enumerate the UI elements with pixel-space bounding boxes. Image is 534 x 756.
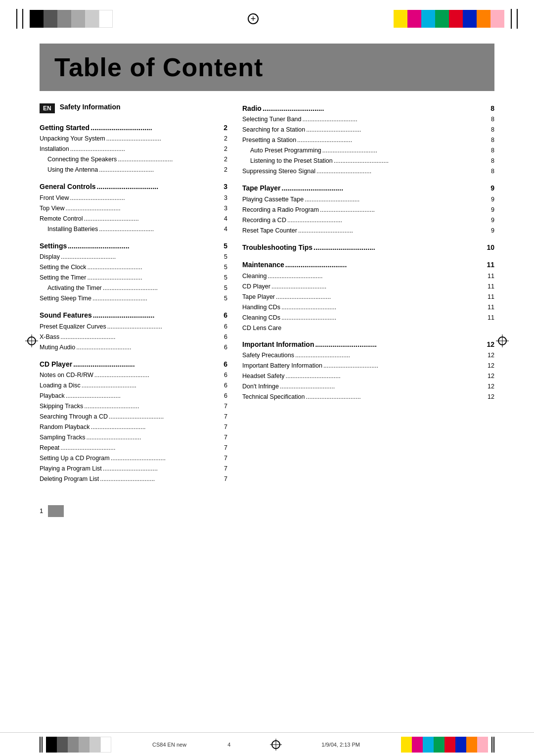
toc-entry: Random Playback ........................… (40, 422, 227, 432)
toc-entry: Connecting the Speakers ................… (40, 154, 227, 165)
footer-date: 1/9/04, 2:13 PM (321, 742, 360, 748)
right-registration-mark (498, 336, 507, 345)
toc-entry: Deleting Program List ..................… (40, 474, 227, 484)
toc-main-important-info: Important Information ..................… (242, 339, 494, 350)
color-bar-top (0, 0, 534, 34)
color-blocks-right (394, 10, 504, 28)
toc-entry: Searching Through a CD .................… (40, 412, 227, 422)
toc-entry: Setting the Clock ......................… (40, 262, 227, 273)
safety-info-header: EN Safety Information (40, 103, 227, 113)
toc-entry: Notes on CD-R/RW .......................… (40, 370, 227, 380)
general-controls-page: 3 (219, 181, 227, 192)
toc-section-getting-started: Getting Started ........................… (40, 122, 227, 175)
entry-label: Using the Antenna (47, 165, 98, 175)
getting-started-label: Getting Started (40, 122, 89, 133)
toc-entry: Cleaning ...............................… (242, 271, 494, 282)
toc-entry: Tape Player ............................… (242, 292, 494, 302)
toc-entry: CD Lens Care (242, 323, 494, 333)
page-number: 1 (40, 507, 43, 515)
toc-main-settings: Settings ...............................… (40, 240, 227, 252)
toc-entry: Playback ...............................… (40, 391, 227, 401)
toc-main-sound-features: Sound Features .........................… (40, 310, 227, 321)
toc-section-general-controls: General Controls .......................… (40, 181, 227, 234)
left-column: EN Safety Information Getting Started ..… (40, 103, 227, 490)
entry-label: Connecting the Speakers (47, 154, 117, 164)
left-registration-mark (27, 336, 36, 345)
toc-main-getting-started: Getting Started ........................… (40, 122, 227, 134)
footer-doc-code: CS84 EN new (152, 742, 186, 748)
toc-main-troubleshooting: Troubleshooting Tips ...................… (242, 242, 494, 253)
right-column: Radio ................................ 8… (242, 103, 494, 490)
toc-entry: Recording a CD .........................… (242, 215, 494, 226)
toc-entry: Using the Antenna ......................… (40, 165, 227, 175)
toc-entry: Preset Equalizer Curves ................… (40, 322, 227, 332)
toc-entry: CD Player ..............................… (242, 282, 494, 292)
center-registration (113, 13, 394, 24)
toc-entry: Playing a Program List .................… (40, 464, 227, 474)
toc-section-cd-player: CD Player ..............................… (40, 359, 227, 484)
toc-entry: Installation ...........................… (40, 144, 227, 154)
footer-center-mark (271, 740, 280, 749)
toc-entry: Recording a Radio Program ..............… (242, 205, 494, 215)
toc-section-tape-player: Tape Player ............................… (242, 183, 494, 236)
footer-print-page: 4 (227, 742, 230, 748)
toc-entry: Unpacking Your System ..................… (40, 134, 227, 144)
toc-entry: Front View .............................… (40, 193, 227, 203)
footer-bar: CS84 EN new 4 1/9/04, 2:13 PM (0, 732, 534, 756)
toc-entry: Repeat ................................ … (40, 443, 227, 453)
toc-entry: Skipping Tracks ........................… (40, 401, 227, 412)
en-badge: EN (40, 103, 55, 113)
toc-section-settings: Settings ...............................… (40, 240, 227, 304)
left-reg-marks (15, 9, 25, 29)
toc-main-radio: Radio ................................ 8 (242, 103, 494, 114)
toc-entry: Top View ...............................… (40, 203, 227, 214)
toc-entry: Setting the Timer ......................… (40, 273, 227, 283)
toc-section-sound-features: Sound Features .........................… (40, 310, 227, 352)
entry-label: Installation (40, 144, 69, 154)
toc-entry: Listening to the Preset Station ........… (242, 156, 494, 166)
toc-entry: Suppressing Stereo Signal ..............… (242, 166, 494, 177)
footer-color-bar-left (40, 737, 111, 753)
entry-page: 2 (219, 144, 227, 154)
footer-color-bar-right (401, 737, 494, 753)
color-blocks-left (30, 10, 113, 28)
getting-started-page: 2 (219, 122, 227, 133)
toc-entry: Sampling Tracks ........................… (40, 432, 227, 443)
toc-entry: Searching for a Station ................… (242, 125, 494, 135)
toc-entry: Headset Safety .........................… (242, 371, 494, 381)
gray-box (48, 505, 64, 517)
toc-section-radio: Radio ................................ 8… (242, 103, 494, 177)
safety-title: Safety Information (60, 103, 121, 111)
toc-entry: Safety Precautions .....................… (242, 350, 494, 361)
toc-entry: X-Bass ................................ … (40, 332, 227, 342)
entry-page: 2 (219, 154, 227, 164)
toc-entry: Muting Audio ...........................… (40, 342, 227, 353)
toc-main-tape-player: Tape Player ............................… (242, 183, 494, 194)
toc-main-maintenance: Maintenance ............................… (242, 259, 494, 271)
bottom-area: 1 (40, 505, 494, 517)
toc-entry: Important Battery Information ..........… (242, 361, 494, 371)
toc-entry: Remote Control .........................… (40, 214, 227, 224)
general-controls-label: General Controls (40, 181, 96, 192)
toc-section-maintenance: Maintenance ............................… (242, 259, 494, 332)
toc-entry: Display ................................… (40, 252, 227, 262)
toc-main-cd-player: CD Player ..............................… (40, 359, 227, 370)
toc-section-troubleshooting: Troubleshooting Tips ...................… (242, 242, 494, 253)
toc-entry: Playing Cassette Tape ..................… (242, 194, 494, 205)
toc-entry: Activating the Timer ...................… (40, 283, 227, 293)
title-section: Table of Content (40, 44, 494, 91)
toc-entry: Selecting Tuner Band ...................… (242, 114, 494, 125)
toc-entry: Auto Preset Programming ................… (242, 145, 494, 156)
toc-entry: Presetting a Station ...................… (242, 135, 494, 145)
main-content: EN Safety Information Getting Started ..… (40, 103, 494, 490)
toc-entry: Reset Tape Counter .....................… (242, 226, 494, 236)
right-reg-marks (509, 9, 519, 29)
toc-entry: Loading a Disc .........................… (40, 380, 227, 391)
toc-entry: Setting Up a CD Program ................… (40, 453, 227, 464)
entry-label: Unpacking Your System (40, 134, 105, 143)
toc-main-general-controls: General Controls .......................… (40, 181, 227, 192)
toc-entry: Handling CDs ...........................… (242, 302, 494, 313)
page-title: Table of Content (54, 52, 480, 82)
toc-entry: Setting Sleep Time .....................… (40, 293, 227, 304)
toc-entry: Technical Specification ................… (242, 392, 494, 402)
